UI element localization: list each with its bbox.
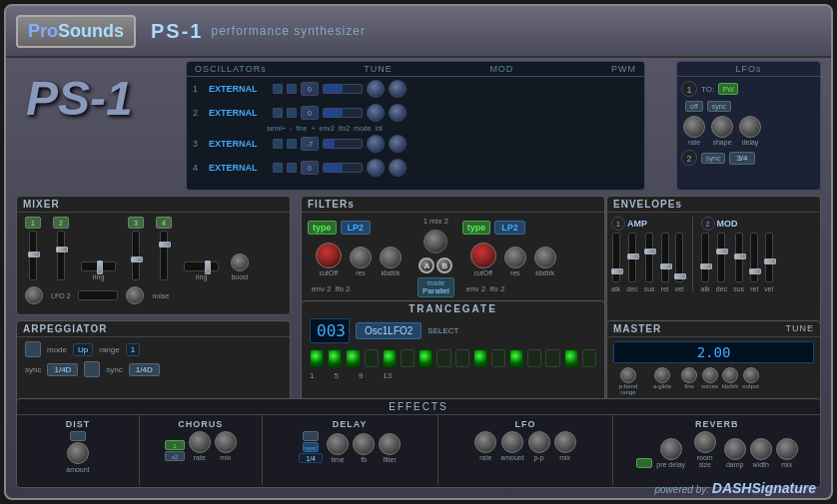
pbend-knob[interactable] — [620, 367, 636, 383]
tgate-pad-4[interactable] — [365, 349, 379, 367]
tgate-pad-8[interactable] — [436, 349, 450, 367]
osc-btn-r4[interactable] — [287, 163, 297, 173]
ring-fader-2[interactable] — [184, 261, 219, 271]
osc-slider-4[interactable] — [323, 163, 363, 173]
tgate-pad-7[interactable] — [418, 349, 432, 367]
elfo-amount-knob[interactable] — [501, 431, 523, 453]
lfo2-knob[interactable] — [25, 286, 43, 304]
tgate-pad-1[interactable] — [310, 349, 324, 367]
tgate-pad-15[interactable] — [564, 349, 578, 367]
chorus-mix-knob[interactable] — [215, 431, 237, 453]
tgate-pad-12[interactable] — [509, 349, 523, 367]
lfo2-sync-btn[interactable]: sync — [701, 153, 725, 164]
filter2-kbdtrk-knob[interactable] — [534, 247, 556, 268]
mixer-fader-1[interactable] — [29, 231, 37, 280]
mixer-fader-3[interactable] — [132, 231, 140, 280]
osc-mod-1[interactable] — [367, 80, 385, 98]
delay-filter-knob[interactable] — [379, 433, 401, 455]
arp-sync2-icon[interactable] — [84, 361, 100, 377]
lfo-pw-btn[interactable]: PW — [718, 83, 738, 95]
filter1-kbdtrk-knob[interactable] — [380, 247, 402, 268]
delay-fb-knob[interactable] — [353, 433, 375, 455]
osc-btn-l4[interactable] — [273, 163, 283, 173]
dist-amount-knob[interactable] — [67, 442, 89, 464]
boost-knob[interactable] — [231, 253, 249, 271]
lfo2-fader[interactable] — [78, 290, 118, 300]
osc-pwm-1[interactable] — [389, 80, 407, 98]
tgate-pad-16[interactable] — [582, 349, 596, 367]
osc-slider-3[interactable] — [323, 139, 363, 149]
env1-atk-fader[interactable] — [612, 233, 620, 282]
osc-pwm-4[interactable] — [389, 159, 407, 177]
tgate-pad-13[interactable] — [527, 349, 541, 367]
filter1-value[interactable]: LP2 — [341, 221, 372, 235]
lfo-delay-knob[interactable] — [739, 116, 761, 138]
tgate-pad-14[interactable] — [545, 349, 559, 367]
ring-fader-1[interactable] — [81, 261, 116, 271]
filter1-cutoff-knob[interactable] — [316, 243, 342, 268]
arp-range-value[interactable]: 1 — [126, 343, 140, 356]
aglide-knob[interactable] — [654, 367, 670, 383]
tgate-pad-2[interactable] — [328, 349, 342, 367]
filter1-res-knob[interactable] — [350, 247, 372, 268]
filter-A-btn[interactable]: A — [418, 257, 434, 273]
chorus-rate-knob[interactable] — [189, 431, 211, 453]
elfo-rate-knob[interactable] — [474, 431, 496, 453]
delay-time-value[interactable]: 1/4 — [299, 453, 323, 463]
osc-btn-l2[interactable] — [273, 108, 283, 118]
output-knob[interactable] — [743, 367, 759, 383]
env2-sus-fader[interactable] — [735, 233, 743, 282]
osc-btn-l1[interactable] — [273, 84, 283, 94]
arp-mode-icon[interactable] — [25, 341, 41, 357]
lfo-rate-knob[interactable] — [683, 116, 705, 138]
voices-knob[interactable] — [702, 367, 718, 383]
arp-sync-value[interactable]: 1/4D — [47, 363, 78, 376]
filter1-type-btn[interactable]: type — [308, 221, 337, 235]
env1-sus-fader[interactable] — [645, 233, 653, 282]
reverb-predelay-knob[interactable] — [660, 438, 682, 460]
mixer-fader-2[interactable] — [57, 231, 65, 280]
env1-dec-fader[interactable] — [628, 233, 636, 282]
kbdtrk-knob[interactable] — [722, 367, 738, 383]
mix-knob[interactable] — [423, 230, 447, 253]
elfo-pp-knob[interactable] — [528, 431, 550, 453]
osc-mod-2[interactable] — [367, 104, 385, 122]
env2-dec-fader[interactable] — [717, 233, 725, 282]
osc-pwm-3[interactable] — [389, 135, 407, 153]
mode-value[interactable]: Parallel — [422, 286, 449, 295]
tgate-pad-11[interactable] — [491, 349, 505, 367]
lfo-off-btn[interactable]: off — [685, 101, 703, 112]
tgate-pad-6[interactable] — [401, 349, 415, 367]
delay-sync-btn[interactable]: sync — [303, 442, 319, 452]
env1-vel-fader[interactable] — [675, 233, 683, 282]
filter2-value[interactable]: LP2 — [494, 221, 525, 235]
osc-btn-l3[interactable] — [273, 139, 283, 149]
osc-tune-4[interactable]: 0 — [301, 161, 319, 175]
env2-atk-fader[interactable] — [701, 233, 709, 282]
filter-B-btn[interactable]: B — [436, 257, 452, 273]
delay-time-knob[interactable] — [327, 433, 349, 455]
dist-btn[interactable] — [70, 431, 86, 441]
osc-mod-4[interactable] — [367, 159, 385, 177]
osc-btn-r2[interactable] — [287, 108, 297, 118]
env2-rel-fader[interactable] — [750, 233, 758, 282]
osc-mod-3[interactable] — [367, 135, 385, 153]
filter2-type-btn[interactable]: type — [462, 221, 491, 235]
osc-tune-2[interactable]: 0 — [301, 106, 319, 120]
osc-btn-r1[interactable] — [287, 84, 297, 94]
filter2-res-knob[interactable] — [504, 247, 526, 268]
lfo-sync-btn[interactable]: sync — [707, 101, 731, 112]
noise-knob[interactable] — [126, 286, 144, 304]
arp-sync2-value[interactable]: 1/4D — [129, 363, 160, 376]
tgate-pad-3[interactable] — [346, 349, 360, 367]
reverb-damp-knob[interactable] — [724, 438, 746, 460]
tgate-pad-5[interactable] — [383, 349, 397, 367]
mixer-fader-4[interactable] — [160, 231, 168, 280]
fine-knob[interactable] — [681, 367, 697, 383]
reverb-mix-knob[interactable] — [776, 438, 798, 460]
chorus-1-btn[interactable]: 1 — [165, 440, 185, 450]
env2-vel-fader[interactable] — [765, 233, 773, 282]
reverb-width-knob[interactable] — [750, 438, 772, 460]
osc-slider-1[interactable] — [323, 84, 363, 94]
tgate-pad-9[interactable] — [455, 349, 469, 367]
